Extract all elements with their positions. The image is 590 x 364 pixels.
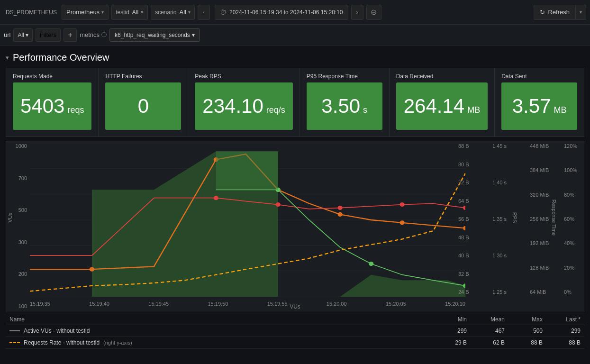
y-axis-bytes: 88 B80 B72 B64 B56 B48 B40 B32 B24 B: [458, 143, 480, 295]
svg-point-16: [338, 206, 343, 210]
svg-point-17: [400, 202, 405, 207]
metric-card-value-area-2: 234.10 req/s: [195, 82, 293, 130]
ds-label: DS_PROMETHEUS: [4, 9, 59, 16]
metrics-value: k6_http_req_waiting_seconds: [115, 32, 190, 38]
legend-col-last: Last *: [543, 316, 581, 323]
legend-row-name-0: Active VUs - without testid: [9, 328, 429, 334]
refresh-control: ↻ Refresh ▾: [534, 5, 586, 20]
metric-card-value-area-0: 5403 reqs: [13, 82, 91, 130]
legend-row[interactable]: Requests Rate - without testid (right y-…: [6, 337, 584, 349]
metric-card-value-area-3: 3.50 s: [307, 82, 382, 130]
legend-line-dashed-1: [9, 342, 20, 343]
time-nav-left[interactable]: ‹: [198, 5, 210, 20]
metric-card-label-5: Data Sent: [501, 73, 577, 80]
metric-card-5: Data Sent 3.57 MB: [495, 68, 584, 136]
url-all-value: All: [18, 32, 24, 38]
legend-row-mean-0: 467: [467, 328, 505, 334]
svg-marker-7: [92, 151, 465, 297]
svg-point-8: [90, 267, 94, 272]
refresh-button[interactable]: ↻ Refresh: [534, 5, 576, 20]
filters-button[interactable]: Filters: [36, 28, 61, 42]
scenario-label: scenario: [155, 9, 176, 16]
metric-card-label-2: Peak RPS: [195, 73, 293, 80]
legend-row[interactable]: Active VUs - without testid 299 467 500 …: [6, 325, 584, 337]
section-header: ▾ Performance Overview: [0, 46, 590, 68]
section-collapse-icon[interactable]: ▾: [6, 54, 9, 61]
metric-card-value-2: 234.10 req/s: [202, 95, 285, 118]
section-title: Performance Overview: [13, 52, 109, 63]
metrics-chevron-icon: ▾: [192, 32, 195, 38]
metric-card-value-0: 5403 reqs: [20, 95, 84, 118]
url-label: url: [4, 31, 10, 38]
metric-card-value-4: 264.14 MB: [404, 95, 480, 118]
legend-row-min-0: 299: [429, 328, 467, 334]
metrics-label: metrics ⓘ: [80, 31, 107, 38]
datasource-dropdown[interactable]: Prometheus ▾: [62, 5, 109, 20]
zoom-out-button[interactable]: ⊖: [366, 5, 381, 20]
testid-value: All: [132, 9, 138, 16]
scenario-dropdown[interactable]: All ▾: [180, 9, 191, 16]
chart-container: VUs 1000700500300200100: [6, 141, 584, 311]
url-chevron-icon: ▾: [26, 32, 28, 38]
add-filter-button[interactable]: +: [64, 28, 77, 42]
legend-line-solid-0: [9, 330, 20, 331]
metric-card-1: HTTP Failures 0: [99, 68, 188, 136]
legend-row-last-0: 299: [543, 328, 581, 334]
legend-col-min: Min: [429, 316, 467, 323]
filters-label: Filters: [40, 31, 56, 38]
y-axis-rps: 1.45 s1.40 s1.35 s1.30 s1.25 s: [492, 143, 514, 295]
metrics-selector[interactable]: k6_http_req_waiting_seconds ▾: [109, 28, 200, 42]
metric-card-value-area-4: 264.14 MB: [396, 82, 488, 130]
scenario-filter: scenario All ▾: [151, 5, 195, 20]
y-axis-mib: 448 MiB384 MiB320 MiB256 MiB192 MiB128 M…: [530, 143, 554, 295]
testid-clear-icon[interactable]: ×: [140, 9, 144, 16]
time-range-selector[interactable]: ⏱ 2024-11-06 15:19:34 to 2024-11-06 15:2…: [215, 5, 348, 20]
filter-bar: url All ▾ Filters + metrics ⓘ k6_http_re…: [0, 25, 590, 46]
metric-card-label-1: HTTP Failures: [105, 73, 181, 80]
svg-marker-22: [216, 151, 278, 190]
metric-card-3: P95 Response Time 3.50 s: [300, 68, 390, 136]
testid-label: testid: [116, 9, 129, 16]
top-bar: DS_PROMETHEUS Prometheus ▾ testid All × …: [0, 0, 590, 25]
chart-svg-area: [30, 143, 465, 297]
svg-point-14: [214, 196, 218, 200]
metrics-info-icon[interactable]: ⓘ: [101, 31, 107, 38]
metric-card-value-1: 0: [138, 95, 149, 118]
testid-filter: testid All ×: [111, 5, 148, 20]
svg-point-11: [338, 212, 343, 217]
time-nav-right[interactable]: ›: [351, 5, 363, 20]
metric-card-4: Data Received 264.14 MB: [390, 68, 495, 136]
metric-card-label-4: Data Received: [396, 73, 488, 80]
metric-card-2: Peak RPS 234.10 req/s: [188, 68, 300, 136]
legend-col-mean: Mean: [467, 316, 505, 323]
metric-cards: Requests Made 5403 reqs HTTP Failures 0 …: [6, 68, 584, 137]
clock-icon: ⏱: [220, 9, 227, 16]
x-axis-title: VUs: [290, 303, 300, 310]
refresh-dropdown-button[interactable]: ▾: [576, 5, 586, 20]
legend-row-min-1: 29 B: [429, 339, 467, 346]
svg-point-20: [369, 262, 373, 266]
refresh-icon: ↻: [540, 9, 545, 16]
rps-axis-label: RPS: [512, 212, 517, 223]
metric-card-value-area-5: 3.57 MB: [501, 82, 577, 130]
x-axis: 15:19:3515:19:4015:19:4515:19:5015:19:55…: [30, 297, 465, 311]
chart-svg: [30, 143, 465, 297]
response-time-axis-label: Response Time: [551, 200, 557, 236]
legend-row-last-1: 88 B: [543, 339, 581, 346]
svg-point-12: [400, 220, 405, 225]
refresh-chevron-icon: ▾: [580, 9, 582, 15]
legend-row-max-0: 500: [505, 328, 543, 334]
legend-header: Name Min Mean Max Last *: [6, 314, 584, 325]
legend-col-name: Name: [9, 316, 429, 323]
url-all-filter[interactable]: All ▾: [13, 28, 32, 42]
refresh-label: Refresh: [548, 9, 570, 16]
y-axis-pct: 120%100%80%60%40%20%0%: [564, 143, 582, 295]
y-axis-left: 1000700500300200100: [6, 141, 30, 311]
scenario-value: All: [180, 9, 186, 16]
scenario-chevron-icon: ▾: [188, 9, 191, 15]
metric-card-label-3: P95 Response Time: [307, 73, 382, 80]
legend-table: Name Min Mean Max Last * Active VUs - wi…: [6, 314, 584, 349]
metric-card-value-3: 3.50 s: [321, 95, 367, 118]
datasource-chevron-icon: ▾: [101, 9, 104, 15]
metric-card-label-0: Requests Made: [13, 73, 91, 80]
